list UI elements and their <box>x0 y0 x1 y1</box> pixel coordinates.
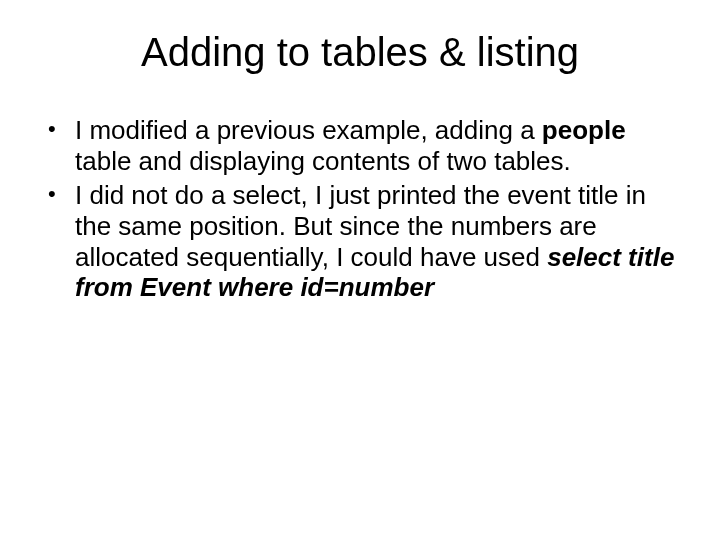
list-item: I modified a previous example, adding a … <box>40 115 685 176</box>
list-item: I did not do a select, I just printed th… <box>40 180 685 303</box>
slide: Adding to tables & listing I modified a … <box>0 0 720 540</box>
bullet-text: I modified a previous example, adding a <box>75 115 542 145</box>
bullet-text: table and displaying contents of two tab… <box>75 146 571 176</box>
bullet-list: I modified a previous example, adding a … <box>40 115 685 303</box>
slide-title: Adding to tables & listing <box>35 30 685 75</box>
bold-text: people <box>542 115 626 145</box>
